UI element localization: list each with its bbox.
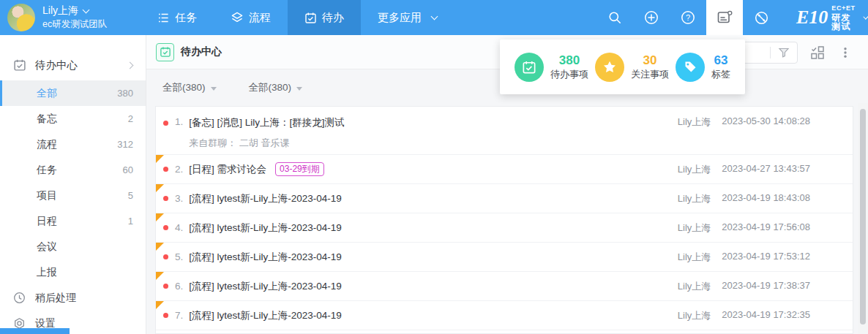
page-title: 待办中心 [181,45,222,58]
todo-center-icon [13,58,26,72]
todo-card-button[interactable] [706,0,743,35]
row-time: 2023-04-19 17:56:08 [722,221,810,235]
row-meta: Lily上海2023-04-19 18:43:08 [678,192,810,205]
nav-tab-label: 任务 [175,11,197,25]
row-title: [流程] lytest新-Lily上海-2023-04-19 [189,192,342,205]
nav-tab-label: 待办 [322,11,344,25]
calendar-icon [304,12,317,24]
todo-row[interactable]: 4.[流程] lytest新-Lily上海-2023-04-19Lily上海20… [156,213,853,243]
tag-icon [676,53,705,82]
row-meta: Lily上海2023-05-30 14:08:28 [678,115,810,129]
stat-value: 63 [714,53,728,68]
sidebar-item-label: 稍后处理 [35,292,76,305]
help-icon: ? [680,10,696,26]
todo-row[interactable]: 1.[备忘] [消息] Lily上海：[群接龙]测试来自群聊： 二胡 音乐课Li… [156,107,853,155]
more-menu-icon[interactable] [837,45,854,61]
sidebar-item-label: 日程 [37,215,57,228]
due-date-badge: 03-29到期 [275,162,324,176]
row-time: 2023-04-19 17:38:37 [722,280,810,293]
todo-row[interactable]: 3.[流程] lytest新-Lily上海-2023-04-19Lily上海20… [156,184,853,213]
user-profile[interactable]: Lily上海 ec研发测试团队 [7,0,107,35]
row-time: 2023-04-19 17:32:35 [722,309,810,322]
sidebar-item-全部[interactable]: 全部380 [0,80,146,106]
sidebar-item-label: 全部 [37,87,57,100]
row-title: [流程] lytest新-Lily上海-2023-04-19 [189,221,342,235]
row-title: [日程] 需求讨论会 [189,163,266,176]
stat-value: 30 [643,53,657,68]
row-title: [流程] lytest新-Lily上海-2023-04-19 [189,280,342,293]
row-meta: Lily上海2023-04-19 17:32:35 [678,309,810,322]
sidebar-item-会议[interactable]: 会议 [0,234,146,259]
sidebar-item-项目[interactable]: 项目5 [0,183,146,208]
sidebar-item-任务[interactable]: 任务60 [0,157,146,183]
todo-card-icon [716,9,733,26]
todo-row[interactable]: 7.[流程] lytest新-Lily上海-2023-04-19Lily上海20… [156,301,853,330]
nav-tab-更多应用[interactable]: 更多应用 [361,0,454,35]
sidebar-item-稍后处理[interactable]: 稍后处理 [0,285,146,311]
row-meta: Lily上海2023-04-19 17:38:37 [678,280,810,293]
todo-list: 1.[备忘] [消息] Lily上海：[群接龙]测试来自群聊： 二胡 音乐课Li… [155,106,853,334]
user-name: Lily上海 [42,4,78,18]
filter-label: 全部(380) [249,81,292,94]
todo-row[interactable]: 2.[日程] 需求讨论会03-29到期Lily上海2023-04-27 13:4… [156,155,853,184]
scrollbar-thumb[interactable] [860,109,866,324]
row-user: Lily上海 [678,115,711,129]
row-title: [备忘] [消息] Lily上海：[群接龙]测试 [189,116,344,129]
stat-关注事项[interactable]: 30关注事项 [595,53,669,82]
help-button[interactable]: ? [670,0,706,35]
sidebar: 待办中心 全部380备忘2流程312任务60项目5日程1会议上报稍后处理设置 [0,35,146,334]
sidebar-item-label: 上报 [37,266,57,279]
nav-tab-流程[interactable]: 流程 [214,0,288,35]
todo-row[interactable]: 5.[流程] lytest新-Lily上海-2023-04-19Lily上海20… [156,243,853,272]
todo-row[interactable]: 6.[流程] lytest新-Lily上海-2023-04-19Lily上海20… [156,272,853,301]
search-button[interactable] [596,0,633,35]
nav-tab-label: 流程 [249,11,271,25]
header-actions: ? [596,0,779,35]
row-user: Lily上海 [678,192,711,205]
sidebar-item-备忘[interactable]: 备忘2 [0,106,146,132]
sidebar-header-todo-center[interactable]: 待办中心 [0,50,146,80]
avatar[interactable] [7,4,35,31]
nav-tab-待办[interactable]: 待办 [288,0,361,35]
row-time: 2023-05-30 14:08:28 [722,115,810,129]
scrollbar[interactable] [858,103,868,334]
sidebar-item-日程[interactable]: 日程1 [0,208,146,234]
chevron-down-icon [83,6,90,13]
sidebar-item-上报[interactable]: 上报 [0,259,146,285]
app-screen: { "header": { "user": { "name": "Lily上海"… [0,0,868,334]
calendar-white-icon [515,53,544,82]
filter-dropdown-2[interactable]: 全部(380) [249,81,303,94]
sidebar-item-count: 380 [117,88,133,99]
nav-tab-label: 更多应用 [378,11,422,25]
logo-team: 研发测试 [831,13,858,31]
stat-待办事项[interactable]: 380待办事项 [515,53,588,82]
sidebar-item-label: 会议 [37,240,57,254]
nav-tab-任务[interactable]: 任务 [141,0,214,35]
batch-select-icon[interactable] [809,45,826,61]
page-title-icon [156,43,174,61]
bottom-left-strip [0,328,70,334]
top-header: Lily上海 ec研发测试团队 任务流程待办更多应用 ? E10 EC+ET 研… [0,0,868,35]
row-meta: Lily上海2023-04-19 17:53:12 [678,251,810,264]
caret-down-icon [296,87,302,94]
row-user: Lily上海 [678,251,711,264]
stat-text: 30关注事项 [631,53,669,80]
logo-e10: E10 [796,8,828,27]
row-number: 4. [175,222,183,233]
plus-button[interactable] [633,0,670,35]
stat-标签[interactable]: 63标签 [676,53,730,82]
chevron-right-icon[interactable] [127,61,134,69]
unread-dot-icon [163,225,168,230]
filter-funnel-icon[interactable] [771,46,797,59]
filter-label: 全部(380) [162,81,206,94]
sidebar-item-流程[interactable]: 流程312 [0,132,146,157]
row-number: 7. [175,310,183,321]
list-icon [157,12,170,24]
filter-dropdown-1[interactable]: 全部(380) [162,81,217,94]
todo-summary-popup: 380待办事项30关注事项63标签 [500,39,745,94]
row-user: Lily上海 [678,221,711,235]
row-number: 1. [175,116,183,127]
search-icon [607,10,623,26]
brand-logo[interactable]: E10 EC+ET 研发测试 [796,0,868,35]
globe-button[interactable] [743,0,779,35]
